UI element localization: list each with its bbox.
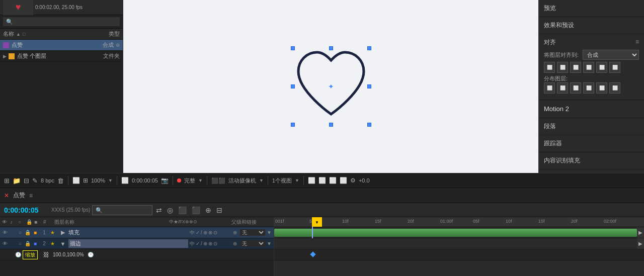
expand-icon[interactable]: ▶ — [3, 54, 7, 59]
tb-icon-a[interactable]: ⬜ — [308, 177, 315, 184]
align-bottom-btn[interactable]: ⬜ — [609, 62, 620, 73]
camera-icon[interactable]: 📷 — [161, 177, 169, 184]
toolbar-icon-2[interactable]: 📁 — [13, 177, 21, 185]
align-center-h-btn[interactable]: ⬜ — [557, 62, 568, 73]
sw-1f[interactable]: ⊙ — [213, 230, 217, 235]
sw-1b[interactable]: ✓ — [196, 230, 200, 235]
sw-2e[interactable]: ⊗ — [208, 241, 212, 246]
zoom-dropdown-icon[interactable]: ▼ — [108, 178, 113, 183]
sw-2f[interactable]: ⊙ — [213, 241, 217, 246]
tl-track-1-arrow[interactable]: ▶ — [637, 227, 644, 238]
handle-bl[interactable] — [291, 123, 295, 127]
tl-star-2[interactable]: ★ — [50, 241, 57, 246]
tl-vis-1[interactable]: 👁 — [2, 230, 8, 235]
timeline-menu-icon[interactable]: ≡ — [29, 192, 33, 199]
tl-expand-2[interactable]: ▼ — [59, 241, 67, 247]
tl-parent-select-1[interactable]: 无 — [240, 229, 265, 236]
fps-display: XXXS (25.00 fps) — [51, 207, 90, 213]
tb-icon-e[interactable]: ⚙ — [350, 177, 356, 184]
handle-bc[interactable] — [329, 123, 333, 127]
tl-icon-btn-6[interactable]: ⊟ — [215, 206, 224, 214]
dist-top-btn[interactable]: ⬜ — [583, 82, 594, 94]
tl-expand-1[interactable]: ▶ — [59, 229, 67, 236]
playhead-ruler-marker[interactable]: ▼ — [312, 217, 322, 227]
dist-center-v-btn[interactable]: ⬜ — [596, 82, 607, 94]
tb-icon-b[interactable]: ⬜ — [318, 177, 326, 184]
panel-duanlu[interactable]: 段落 — [539, 118, 644, 135]
handle-br[interactable] — [367, 123, 371, 127]
handle-tl[interactable] — [291, 46, 295, 50]
tl-search-input[interactable] — [92, 205, 152, 215]
tl-icon-btn-1[interactable]: ⇄ — [154, 206, 164, 214]
toolbar-icon-3[interactable]: ⊟ — [24, 177, 29, 185]
tl-icon-btn-4[interactable]: ⬛ — [190, 206, 202, 214]
handle-tc[interactable] — [329, 46, 333, 50]
tl-expand-arrow-2[interactable]: ▼ — [267, 241, 272, 246]
dist-center-h-btn[interactable]: ⬜ — [557, 82, 568, 94]
tl-bar-2 — [274, 240, 637, 248]
sw-1a[interactable]: 中 — [190, 229, 195, 236]
toolbar-monitor-icon[interactable]: ⬜ — [72, 177, 80, 184]
quality-dropdown-icon[interactable]: ▼ — [198, 178, 203, 183]
camera-dropdown-icon[interactable]: ▼ — [259, 178, 264, 183]
sw-2b[interactable]: ✓ — [196, 241, 200, 246]
align-to-select[interactable]: 合成 — [583, 50, 639, 60]
sw-2c[interactable]: / — [201, 241, 202, 246]
search-input[interactable] — [3, 17, 120, 26]
toolbar-trash-icon[interactable]: 🗑 — [57, 177, 64, 185]
panel-effects[interactable]: 效果和预设 — [539, 17, 644, 34]
tl-solo-1[interactable]: ○ — [17, 230, 23, 235]
panel-preview[interactable]: 预览 — [539, 0, 644, 17]
layer-row-2[interactable]: ▶ 点赞 个图层 文件夹 — [0, 51, 123, 62]
tl-layer-2[interactable]: 👁 ○ 🔒 ■ 2 ★ ▼ 描边 中 ✓ / ⊕ ⊗ ⊙ ⊕ — [0, 238, 274, 249]
tl-solo-2[interactable]: ○ — [17, 241, 23, 246]
align-center-v-btn[interactable]: ⬜ — [596, 62, 607, 73]
sw-1d[interactable]: ⊕ — [203, 230, 207, 235]
tl-expand-arrow-1[interactable]: ▼ — [267, 230, 272, 235]
align-top-btn[interactable]: ⬜ — [583, 62, 594, 73]
align-left-btn[interactable]: ⬜ — [544, 62, 555, 73]
tl-icon-btn-2[interactable]: ◎ — [166, 206, 175, 214]
search-bar[interactable] — [0, 15, 123, 29]
panel-brush[interactable]: 画笔 — [539, 169, 644, 173]
sw-2d[interactable]: ⊕ — [203, 241, 207, 246]
dist-left-btn[interactable]: ⬜ — [544, 82, 555, 94]
heart-container[interactable]: ✦ — [286, 41, 376, 132]
frame-icon[interactable]: ⬜ — [121, 177, 129, 184]
tl-vis-2[interactable]: 👁 — [2, 241, 8, 246]
keyframe-1[interactable] — [310, 251, 315, 257]
tl-icon-btn-5[interactable]: ⊕ — [204, 206, 213, 214]
views-dropdown-icon[interactable]: ▼ — [295, 178, 299, 183]
timeline-close-btn[interactable]: ✕ — [4, 192, 9, 199]
tb-icon-c[interactable]: ⬜ — [329, 177, 337, 184]
handle-tr[interactable] — [367, 46, 371, 50]
tl-layer-1[interactable]: 👁 ○ 🔒 ■ 1 ★ ▶ 填充 中 ✓ / ⊕ ⊗ ⊙ ⊕ — [0, 227, 274, 238]
dist-right-btn[interactable]: ⬜ — [570, 82, 581, 94]
align-menu-icon[interactable]: ≡ — [635, 38, 639, 45]
tl-star-1[interactable]: ★ — [50, 230, 57, 235]
dist-bottom-btn[interactable]: ⬜ — [609, 82, 620, 94]
toolbar-icon-1[interactable]: ⊞ — [4, 177, 10, 185]
tl-icon-btn-3[interactable]: ⬛ — [177, 206, 188, 214]
toolbar-icon-4[interactable]: ✎ — [32, 177, 38, 185]
panel-content-fill[interactable]: 内容识别填充 — [539, 152, 644, 169]
handle-mr[interactable] — [367, 84, 371, 88]
time-display[interactable]: 0:00:00:05 — [4, 206, 49, 214]
sw-1c[interactable]: / — [201, 230, 202, 235]
tl-sub-clock-2[interactable]: 🕐 — [88, 252, 94, 257]
tl-sub-clock[interactable]: 🕐 — [15, 252, 21, 257]
align-right-btn[interactable]: ⬜ — [570, 62, 581, 73]
panel-motion2[interactable]: Motion 2 — [539, 100, 644, 118]
layer-row-1[interactable]: 点赞 合成 ⊕ — [0, 40, 123, 51]
tb-icon-d[interactable]: ⬜ — [340, 177, 347, 184]
panel-tracker[interactable]: 跟踪器 — [539, 135, 644, 152]
tl-lock-2[interactable]: 🔒 — [25, 241, 31, 246]
sw-1e[interactable]: ⊗ — [208, 230, 212, 235]
toolbar-grid-icon[interactable]: ⊞ — [83, 177, 88, 184]
tl-track-2-arrow[interactable]: ▶ — [637, 238, 644, 249]
tl-parent-select-2[interactable]: 无 — [240, 240, 265, 247]
handle-ml[interactable] — [291, 84, 295, 88]
tl-lock-1[interactable]: 🔒 — [25, 230, 31, 235]
scale-badge[interactable]: 缩放 — [23, 250, 38, 259]
sw-2a[interactable]: 中 — [190, 240, 195, 247]
